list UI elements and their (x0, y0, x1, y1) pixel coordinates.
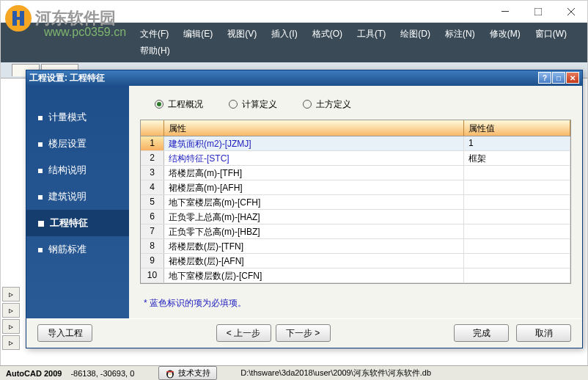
table-row[interactable]: 2结构特征-[STC]框架 (141, 151, 570, 166)
cancel-button[interactable]: 取消 (516, 324, 571, 342)
status-file-path: D:\thsware\3da2018\user\2009\河东软件\河东软件.d… (226, 368, 582, 379)
property-cell: 塔楼层高(m)-[TFH] (164, 166, 464, 180)
window-close-button[interactable] (554, 1, 587, 22)
value-cell[interactable] (464, 166, 570, 180)
dialog-title-bar[interactable]: 工程设置: 工程特征 ? □ ✕ (26, 70, 582, 86)
row-number: 10 (141, 268, 164, 282)
menu-view[interactable]: 视图(V) (220, 26, 264, 43)
value-cell[interactable] (464, 239, 570, 253)
header-rownum (141, 120, 164, 136)
nav-building-desc[interactable]: 建筑说明 (26, 183, 129, 210)
next-button[interactable]: 下一步 > (276, 324, 331, 342)
project-settings-dialog: 工程设置: 工程特征 ? □ ✕ 计量模式 楼层设置 结构说明 建筑说明 工程特… (26, 70, 583, 348)
nav-rebar-standard[interactable]: 钢筋标准 (26, 236, 129, 263)
menu-window[interactable]: 窗口(W) (528, 26, 574, 43)
row-number: 1 (141, 136, 164, 150)
side-tool-button[interactable]: ▹ (2, 335, 20, 350)
header-property: 属性 (164, 120, 464, 136)
side-tool-button[interactable]: ▹ (2, 287, 20, 302)
value-cell[interactable] (464, 210, 570, 224)
radio-project-overview[interactable]: 工程概况 (155, 98, 203, 111)
table-row[interactable]: 10地下室楼层数(层)-[CFN] (141, 268, 570, 283)
tech-support-button[interactable]: 技术支持 (158, 366, 217, 380)
dialog-title: 工程设置: 工程特征 (29, 72, 538, 84)
menu-draw[interactable]: 绘图(D) (393, 26, 438, 43)
property-cell: 建筑面积(m2)-[JZMJ] (164, 136, 464, 150)
grid-header: 属性 属性值 (141, 120, 570, 136)
qq-penguin-icon (165, 368, 175, 379)
property-grid: 属性 属性值 1建筑面积(m2)-[JZMJ]12结构特征-[STC]框架3塔楼… (140, 120, 571, 284)
row-number: 2 (141, 151, 164, 165)
header-value: 属性值 (464, 120, 570, 136)
radio-earthwork-definition[interactable]: 土方定义 (303, 98, 351, 111)
finish-button[interactable]: 完成 (454, 324, 509, 342)
radio-calc-definition[interactable]: 计算定义 (229, 98, 277, 111)
property-cell: 地下室楼层高(m)-[CFH] (164, 195, 464, 209)
radio-group: 工程概况 计算定义 土方定义 (140, 95, 571, 120)
menu-edit[interactable]: 编辑(E) (176, 26, 220, 43)
table-row[interactable]: 3塔楼层高(m)-[TFH] (141, 166, 570, 180)
row-number: 5 (141, 195, 164, 209)
value-cell[interactable] (464, 224, 570, 238)
svg-rect-9 (166, 371, 174, 373)
row-number: 8 (141, 239, 164, 253)
svg-rect-1 (534, 8, 542, 15)
row-number: 4 (141, 180, 164, 194)
value-cell[interactable]: 框架 (464, 151, 570, 165)
dialog-close-button[interactable]: ✕ (566, 72, 579, 84)
table-row[interactable]: 5地下室楼层高(m)-[CFH] (141, 195, 570, 210)
dialog-help-button[interactable]: ? (538, 72, 551, 84)
menu-format[interactable]: 格式(O) (305, 26, 350, 43)
row-number: 6 (141, 210, 164, 224)
row-number: 7 (141, 224, 164, 238)
table-row[interactable]: 9裙楼层数(层)-[AFN] (141, 254, 570, 268)
nav-project-feature[interactable]: 工程特征 (26, 210, 129, 236)
svg-point-8 (169, 373, 171, 375)
menu-insert[interactable]: 插入(I) (264, 26, 304, 43)
import-project-button[interactable]: 导入工程 (37, 324, 92, 342)
row-number: 9 (141, 254, 164, 268)
table-row[interactable]: 1建筑面积(m2)-[JZMJ]1 (141, 136, 570, 151)
dialog-maximize-button[interactable]: □ (552, 72, 565, 84)
side-tool-button[interactable]: ▹ (2, 303, 20, 318)
value-cell[interactable]: 1 (464, 136, 570, 150)
property-cell: 地下室楼层数(层)-[CFN] (164, 268, 464, 282)
table-row[interactable]: 7正负零下总高(m)-[HBZ] (141, 224, 570, 239)
menu-bar: 文件(F) 编辑(E) 视图(V) 插入(I) 格式(O) 工具(T) 绘图(D… (1, 23, 587, 62)
status-coordinates: -86138, -30693, 0 (70, 369, 134, 378)
menu-help[interactable]: 帮助(H) (133, 43, 177, 59)
left-tool-strip: ▹ ▹ ▹ ▹ (2, 287, 24, 351)
value-cell[interactable] (464, 254, 570, 268)
property-cell: 正负零下总高(m)-[HBZ] (164, 224, 464, 238)
menu-file[interactable]: 文件(F) (133, 26, 176, 43)
table-row[interactable]: 6正负零上总高(m)-[HAZ] (141, 210, 570, 224)
menu-dimension[interactable]: 标注(N) (438, 26, 482, 43)
property-cell: 结构特征-[STC] (164, 151, 464, 165)
menu-tools[interactable]: 工具(T) (350, 26, 393, 43)
value-cell[interactable] (464, 195, 570, 209)
title-bar (1, 1, 587, 23)
dialog-footer: 导入工程 < 上一步 下一步 > 完成 取消 (26, 318, 582, 348)
nav-floor-settings[interactable]: 楼层设置 (26, 131, 129, 157)
previous-button[interactable]: < 上一步 (216, 324, 271, 342)
property-cell: 裙楼层数(层)-[AFN] (164, 254, 464, 268)
table-row[interactable]: 8塔楼层数(层)-[TFN] (141, 239, 570, 254)
status-bar: AutoCAD 2009 -86138, -30693, 0 技术支持 D:\t… (0, 365, 588, 380)
nav-panel: 计量模式 楼层设置 结构说明 建筑说明 工程特征 钢筋标准 (26, 86, 129, 318)
property-cell: 塔楼层数(层)-[TFN] (164, 239, 464, 253)
side-tool-button[interactable]: ▹ (2, 319, 20, 334)
property-cell: 裙楼层高(m)-[AFH] (164, 180, 464, 194)
svg-rect-0 (501, 11, 509, 12)
value-cell[interactable] (464, 268, 570, 282)
content-panel: 工程概况 计算定义 土方定义 属性 属性值 1建筑面积(m2)-[JZMJ]12… (129, 86, 582, 318)
window-minimize-button[interactable] (488, 1, 521, 22)
row-number: 3 (141, 166, 164, 180)
hint-text: * 蓝色标识的项为必填项。 (140, 284, 571, 310)
value-cell[interactable] (464, 180, 570, 194)
nav-measure-mode[interactable]: 计量模式 (26, 104, 129, 131)
menu-modify[interactable]: 修改(M) (482, 26, 528, 43)
window-maximize-button[interactable] (521, 1, 554, 22)
table-row[interactable]: 4裙楼层高(m)-[AFH] (141, 180, 570, 195)
property-cell: 正负零上总高(m)-[HAZ] (164, 210, 464, 224)
nav-structure-desc[interactable]: 结构说明 (26, 157, 129, 183)
